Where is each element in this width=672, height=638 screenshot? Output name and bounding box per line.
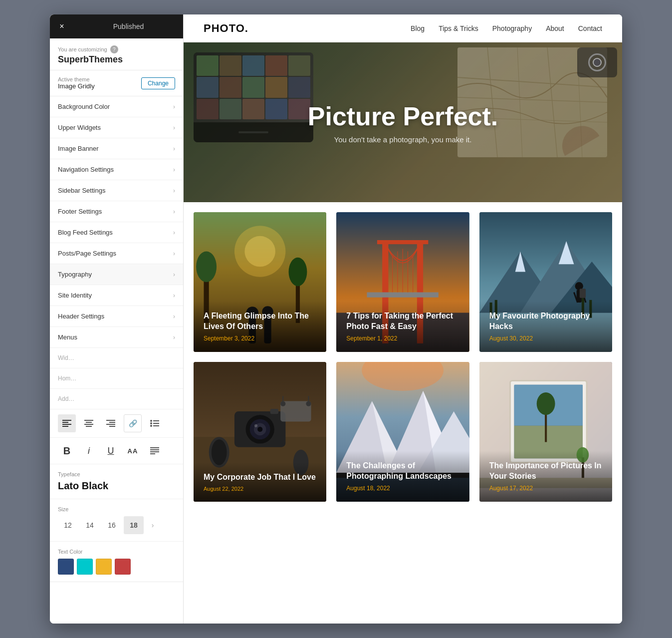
list-button[interactable] xyxy=(146,414,164,432)
sidebar-item-label: Image Banner xyxy=(58,145,99,152)
size-option-12[interactable]: 12 xyxy=(58,516,78,534)
post-card-title-4: My Corporate Job That I Love xyxy=(204,472,316,483)
svg-rect-66 xyxy=(579,289,585,298)
sidebar-item-label: Header Settings xyxy=(58,313,104,320)
svg-point-14 xyxy=(150,422,152,424)
site-nav: Blog Tips & Tricks Photography About Con… xyxy=(411,24,602,32)
svg-point-35 xyxy=(289,258,307,286)
post-card-2[interactable]: 7 Tips for Taking the Perfect Photo Fast… xyxy=(336,212,469,352)
svg-rect-21 xyxy=(150,453,155,454)
active-theme-section: Active theme Image Gridly Change xyxy=(50,70,183,96)
svg-point-100 xyxy=(536,392,555,415)
sidebar-item-label: Background Color xyxy=(58,103,110,110)
size-option-18[interactable]: 18 xyxy=(124,516,144,534)
nav-item-photography[interactable]: Photography xyxy=(492,24,532,32)
svg-rect-4 xyxy=(84,420,93,421)
browser-window: × Published You are customizing ? Superb… xyxy=(50,14,622,624)
sidebar-item-label: Site Identity xyxy=(58,292,92,299)
align-left-button[interactable] xyxy=(58,414,76,432)
size-section: Size 12 14 16 18 › xyxy=(50,499,183,542)
bold-button[interactable]: B xyxy=(58,442,76,460)
change-theme-button[interactable]: Change xyxy=(141,77,175,89)
sidebar-item-footer-settings[interactable]: Footer Settings › xyxy=(50,201,183,222)
sidebar-item-background-color[interactable]: Background Color › xyxy=(50,96,183,117)
sidebar-item-site-identity[interactable]: Site Identity › xyxy=(50,285,183,306)
svg-rect-10 xyxy=(106,424,115,425)
post-card-3[interactable]: My Favourite Photography Hacks August 30… xyxy=(479,212,612,352)
color-swatch-cyan[interactable] xyxy=(77,559,93,575)
post-card-1[interactable]: A Fleeting Glimpse Into The Lives Of Oth… xyxy=(194,212,326,352)
typeface-value: Lato Black xyxy=(58,480,175,492)
post-card-overlay-4: My Corporate Job That I Love August 22, … xyxy=(194,462,326,502)
svg-point-12 xyxy=(150,420,152,422)
sidebar-item-navigation-settings[interactable]: Navigation Settings › xyxy=(50,159,183,180)
chevron-right-icon: › xyxy=(173,229,175,236)
active-theme-name: Image Gridly xyxy=(58,82,95,90)
sidebar-item-label: Add… xyxy=(58,395,74,402)
sidebar-item-header-settings[interactable]: Header Settings › xyxy=(50,306,183,327)
nav-item-about[interactable]: About xyxy=(546,24,564,32)
align-center-button[interactable] xyxy=(80,414,98,432)
sidebar-item-sidebar-settings[interactable]: Sidebar Settings › xyxy=(50,180,183,201)
sidebar-item-typography[interactable]: Typography › xyxy=(50,264,183,285)
site-logo: PHOTO. xyxy=(204,22,248,35)
svg-rect-18 xyxy=(150,447,159,448)
aa-button[interactable]: AA xyxy=(124,442,142,460)
help-icon[interactable]: ? xyxy=(110,45,118,53)
close-icon: × xyxy=(59,22,64,31)
svg-rect-6 xyxy=(84,424,93,425)
underline-button[interactable]: U xyxy=(102,442,120,460)
post-card-5[interactable]: The Challenges of Photographing Landscap… xyxy=(336,362,469,502)
post-card-overlay-2: 7 Tips for Taking the Perfect Photo Fast… xyxy=(336,301,469,352)
sidebar-item-image-banner[interactable]: Image Banner › xyxy=(50,138,183,159)
sidebar-item-home-partial[interactable]: Hom… xyxy=(50,368,183,389)
size-label: Size xyxy=(58,506,175,512)
svg-point-31 xyxy=(244,236,275,267)
sidebar-item-label: Footer Settings xyxy=(58,208,102,215)
chevron-right-icon: › xyxy=(173,145,175,152)
post-card-date-4: August 22, 2022 xyxy=(204,486,316,492)
svg-point-16 xyxy=(150,425,152,427)
active-theme-info: Active theme Image Gridly xyxy=(58,76,95,90)
color-swatch-red[interactable] xyxy=(115,559,131,575)
sidebar-item-blog-feed-settings[interactable]: Blog Feed Settings › xyxy=(50,222,183,243)
color-swatch-yellow[interactable] xyxy=(96,559,112,575)
align-right-button[interactable] xyxy=(102,414,120,432)
sidebar-item-label: Hom… xyxy=(58,375,76,382)
sidebar-item-menus[interactable]: Menus › xyxy=(50,327,183,348)
post-card-date-6: August 17, 2022 xyxy=(489,485,602,492)
size-option-16[interactable]: 16 xyxy=(102,516,122,534)
sidebar-item-label: Menus xyxy=(58,333,77,341)
post-card-title-1: A Fleeting Glimpse Into The Lives Of Oth… xyxy=(204,311,316,332)
sidebar-item-add-partial[interactable]: Add… xyxy=(50,389,183,409)
link-button[interactable]: 🔗 xyxy=(124,414,142,432)
size-more-icon[interactable]: › xyxy=(146,516,160,534)
color-swatch-dark-blue[interactable] xyxy=(58,559,74,575)
svg-rect-45 xyxy=(377,240,428,244)
post-card-4[interactable]: My Corporate Job That I Love August 22, … xyxy=(194,362,326,502)
site-header: PHOTO. Blog Tips & Tricks Photography Ab… xyxy=(184,14,622,42)
post-card-6[interactable]: The Importance of Pictures In Your Stori… xyxy=(479,362,612,502)
chevron-right-icon: › xyxy=(173,313,175,320)
customizing-label: You are customizing ? xyxy=(58,45,175,53)
sidebar-item-posts-page-settings[interactable]: Posts/Page Settings › xyxy=(50,243,183,264)
color-swatches xyxy=(58,559,175,575)
typography-toolbar-row: 🔗 xyxy=(50,409,183,438)
size-option-14[interactable]: 14 xyxy=(80,516,100,534)
post-card-date-1: September 3, 2022 xyxy=(204,335,316,342)
close-button[interactable]: × xyxy=(50,14,74,38)
text-color-section: Text Color xyxy=(50,542,183,582)
svg-rect-20 xyxy=(150,451,159,452)
list-icon xyxy=(150,420,159,427)
nav-item-tips-tricks[interactable]: Tips & Tricks xyxy=(439,24,478,32)
post-card-title-6: The Importance of Pictures In Your Stori… xyxy=(489,461,602,482)
sidebar-item-upper-widgets[interactable]: Upper Widgets › xyxy=(50,117,183,138)
sidebar-item-widgets-partial[interactable]: Wid… xyxy=(50,348,183,368)
italic-button[interactable]: i xyxy=(80,442,98,460)
nav-item-blog[interactable]: Blog xyxy=(411,24,425,32)
paragraph-button[interactable] xyxy=(146,442,164,460)
post-card-title-3: My Favourite Photography Hacks xyxy=(489,311,602,332)
hero-content: Picture Perfect. You don't take a photog… xyxy=(308,101,498,144)
svg-rect-13 xyxy=(153,420,159,421)
nav-item-contact[interactable]: Contact xyxy=(578,24,602,32)
